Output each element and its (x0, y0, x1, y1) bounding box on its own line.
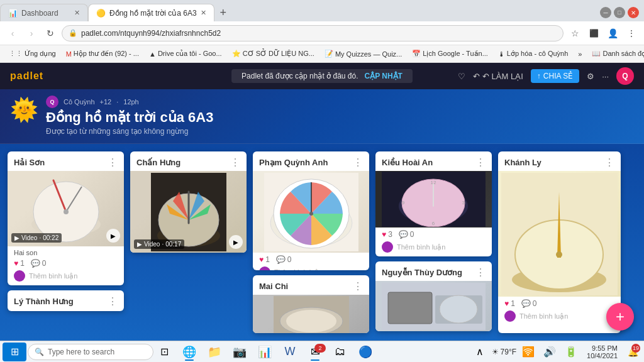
taskbar-edge[interactable]: 🌐 (177, 343, 201, 361)
settings-action[interactable]: ⚙ (587, 72, 594, 81)
clock[interactable]: 9:55 PM 10/4/2021 (583, 344, 621, 359)
card-kieu-menu[interactable]: ⋮ (475, 156, 486, 168)
sun-icon: ☀ (492, 348, 499, 356)
maximize-button[interactable]: □ (614, 7, 625, 18)
close-button[interactable]: ✕ (628, 7, 639, 18)
show-desktop-button[interactable]: ∧ (470, 343, 489, 361)
notification-count: 19 (631, 344, 640, 353)
card-pham-comments[interactable]: 💬 0 (276, 255, 292, 264)
word-icon: W (285, 345, 296, 358)
notification-button[interactable]: 🔔 19 (624, 343, 641, 361)
card-mai-chi-menu[interactable]: ⋮ (353, 280, 363, 292)
tab-padlet[interactable]: 🟡 Đồng hồ mặt trời của 6A3 ✕ (88, 4, 214, 21)
sundial-svg-mai (274, 296, 349, 333)
minimize-button[interactable]: ─ (600, 7, 611, 18)
bookmark-reading-list[interactable]: 📖 Danh sách đọc (588, 48, 644, 59)
bookmark-drive[interactable]: ▲ Drive của tôi - Goo... (145, 48, 226, 59)
card-khanh-author: Khánh Ly (504, 158, 541, 167)
card-khanh-menu[interactable]: ⋮ (604, 156, 614, 168)
tab-dashboard-close[interactable]: ✕ (74, 9, 80, 17)
card-pham-menu[interactable]: ⋮ (353, 156, 363, 168)
card-khanh-likes[interactable]: ♥ 1 (504, 299, 515, 308)
card-chan-hung[interactable]: Chấn Hưng ⋮ (130, 151, 247, 253)
taskbar-right: ∧ ☀ 79°F 🛜 🔊 🔋 9:55 PM 10/4/2021 🔔 19 (470, 343, 641, 361)
card-nguyen-menu[interactable]: ⋮ (475, 266, 486, 278)
bookmark-more[interactable]: » (574, 49, 586, 59)
forward-button[interactable]: › (24, 26, 39, 41)
card-kieu-likes[interactable]: ♥ 3 (382, 230, 392, 239)
card-ly-thanh-hung-menu[interactable]: ⋮ (108, 295, 118, 307)
card-nguyen-thuy-duong[interactable]: Nguyễn Thùy Dương ⋮ (375, 261, 492, 331)
bookmark-hoa[interactable]: 🌡 Lớp hóa - cô Quỳnh (494, 48, 572, 59)
taskbar-explorer[interactable]: 📁 (203, 343, 226, 361)
card-hai-son-comment-input[interactable]: Thêm bình luận (14, 270, 118, 282)
hai-son-play-btn[interactable]: ▶ (106, 229, 120, 243)
start-button[interactable]: ⊞ (3, 343, 26, 361)
back-button[interactable]: ‹ (5, 26, 20, 41)
taskbar-mail[interactable]: ✉ (303, 343, 327, 361)
card-pham-quynh-anh[interactable]: Phạm Quỳnh Anh ⋮ (253, 151, 369, 270)
taskbar-chrome[interactable]: 🔵 (353, 343, 377, 361)
card-khanh-comment[interactable]: Thêm bình luận (504, 310, 614, 322)
card-ly-thanh-hung[interactable]: Lý Thành Hưng ⋮ (8, 290, 124, 311)
card-hai-son[interactable]: Hải Sơn ⋮ ▶ (8, 151, 124, 285)
add-post-fab[interactable]: + (606, 303, 634, 331)
card-pham-likes[interactable]: ♥ 1 (259, 255, 270, 264)
sundial-svg-khanh (501, 173, 618, 295)
battery-button[interactable]: 🔋 (562, 343, 580, 361)
ly-thanh-hung-header: Lý Thành Hưng ⋮ (8, 290, 124, 311)
card-khanh-ly[interactable]: Khánh Ly ⋮ (498, 151, 621, 333)
user-avatar[interactable]: Q (616, 67, 634, 85)
bullet-sep: · (116, 98, 118, 106)
taskbar-files[interactable]: 🗂 (328, 343, 352, 361)
update-button[interactable]: CẬP NHẬT (365, 72, 402, 80)
share-action[interactable]: ↑ CHIA SẺ (531, 69, 579, 83)
chan-hung-play-btn[interactable]: ▶ (229, 235, 243, 249)
card-kieu-comment[interactable]: Thêm bình luận (382, 241, 486, 253)
heart-icon: ♥ (259, 255, 264, 264)
profile-button[interactable]: 👤 (605, 26, 620, 41)
undo-action[interactable]: ↶ ↶ LÀM LẠI (473, 72, 523, 81)
like-action[interactable]: ♡ (458, 72, 465, 81)
new-tab-button[interactable]: + (214, 4, 232, 21)
undo-label: ↶ LÀM LẠI (482, 72, 523, 81)
card-kieu-hoai-an[interactable]: Kiều Hoài An ⋮ 12 3 6 9 (375, 151, 492, 256)
card-mai-chi[interactable]: Mai Chi ⋮ (253, 275, 369, 333)
reload-button[interactable]: ↻ (43, 26, 58, 41)
card-hai-son-likes[interactable]: ♥ 1 (14, 259, 25, 268)
svg-text:3: 3 (462, 200, 465, 206)
bookmark-quizzes[interactable]: 📝 My Quizzes — Quiz... (321, 48, 406, 59)
network-button[interactable]: 🛜 (519, 343, 538, 361)
card-chan-hung-menu[interactable]: ⋮ (230, 156, 240, 168)
heart-icon: ♥ (382, 230, 386, 239)
tab-dashboard-icon: 📊 (8, 9, 18, 18)
hai-son-video-badge: ▶ Video · 00:22 (11, 233, 62, 243)
menu-button[interactable]: ⋮ (624, 26, 639, 41)
taskbar-word[interactable]: W (278, 343, 302, 361)
task-view-button[interactable]: ⊡ (155, 343, 174, 361)
bookmark-apps[interactable]: ⋮⋮ Ứng dụng (5, 48, 60, 59)
card-pham-comment[interactable]: Thêm bình luận (259, 266, 363, 270)
card-hai-son-comments[interactable]: 💬 0 (31, 259, 47, 268)
date-display: 10/4/2021 (587, 352, 618, 359)
bookmark-calendar[interactable]: 📅 Lịch Google - Tuần... (408, 48, 492, 59)
bookmark-gmail[interactable]: M Hộp thư đến (92) - ... (62, 48, 143, 59)
taskbar-camera[interactable]: 📷 (228, 343, 252, 361)
extensions-button[interactable]: ⬛ (586, 26, 601, 41)
card-khanh-comments[interactable]: 💬 0 (521, 299, 537, 308)
taskbar-powerpoint[interactable]: 📊 (253, 343, 277, 361)
bookmarks-star[interactable]: ☆ (567, 26, 582, 41)
address-bar[interactable]: 🔒 padlet.com/ntquynh994/zhxiafrsnhnch5d2 (62, 25, 564, 41)
card-nguyen-header: Nguyễn Thùy Dương ⋮ (375, 261, 492, 281)
files-icon: 🗂 (335, 345, 346, 358)
card-kieu-comments[interactable]: 💬 0 (399, 230, 414, 239)
tab-padlet-close[interactable]: ✕ (201, 9, 206, 17)
card-hai-son-image: ▶ Video · 00:22 ▶ (8, 171, 124, 246)
card-hai-son-menu[interactable]: ⋮ (108, 156, 118, 168)
board-subtitle: Được tạo từ những sáng tạo không ngừng (46, 127, 213, 136)
bookmark-db[interactable]: ⭐ CƠ SỞ DỮ LIỆU NG... (228, 48, 318, 59)
more-action[interactable]: ··· (602, 72, 609, 81)
tab-dashboard[interactable]: 📊 Dashboard ✕ (0, 4, 88, 21)
taskbar-search-box[interactable]: 🔍 Type here to search (28, 344, 153, 360)
volume-button[interactable]: 🔊 (540, 343, 559, 361)
